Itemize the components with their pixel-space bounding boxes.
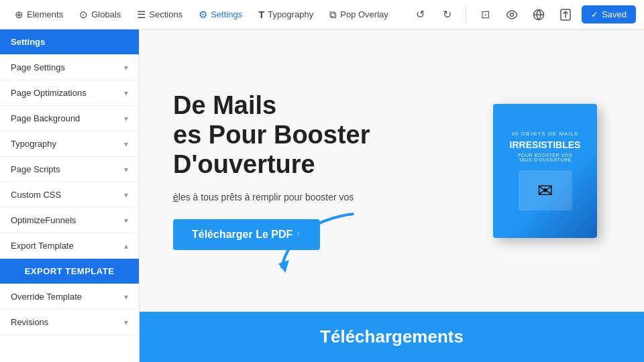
hero-text: De Mails es Pour Booster D'ouverture èle…: [173, 91, 480, 249]
toolbar: ⊕ Elements ⊙ Globals ☰ Sections ⚙ Settin…: [0, 0, 644, 29]
sidebar-item-page-settings[interactable]: Page Settings ▾: [0, 55, 139, 80]
sidebar-item-page-optimizations[interactable]: Page Optimizations ▾: [0, 80, 139, 106]
sidebar-item-custom-css[interactable]: Custom CSS ▾: [0, 182, 139, 208]
sidebar: Settings Page Settings ▾ Page Optimizati…: [0, 29, 140, 362]
sidebar-item-page-scripts[interactable]: Page Scripts ▾: [0, 157, 139, 182]
settings-dot: [51, 40, 56, 45]
chevron-icon: ▾: [124, 216, 128, 225]
globals-icon: ⊙: [79, 9, 88, 21]
divider: [466, 7, 466, 23]
hero-section: De Mails es Pour Booster D'ouverture èle…: [140, 29, 644, 312]
toolbar-right: ↺ ↻ ⊡ ✓ Saved: [409, 4, 636, 25]
settings-icon: ⚙: [199, 9, 207, 21]
saved-button[interactable]: ✓ Saved: [582, 5, 636, 23]
hero-subtitle: èles à tous prêts à remplir pour booster…: [173, 190, 480, 204]
eye-button[interactable]: [501, 4, 523, 25]
toolbar-typography[interactable]: T Typography: [252, 5, 320, 23]
toolbar-sections[interactable]: ☰ Sections: [130, 5, 189, 24]
typography-icon: T: [258, 9, 264, 20]
book-subtitle: Pour Booster VosTaux D'ouverture: [518, 153, 572, 162]
chevron-icon: ▾: [124, 190, 128, 200]
eye-icon: [506, 10, 518, 19]
chevron-icon: ▾: [124, 63, 128, 72]
redo-button[interactable]: ↻: [436, 4, 458, 25]
chevron-icon: ▾: [124, 114, 128, 123]
chevron-icon: ▾: [124, 292, 128, 302]
toolbar-pop-overlay[interactable]: ⧉ Pop Overlay: [323, 5, 395, 24]
sidebar-item-page-background[interactable]: Page Background ▾: [0, 106, 139, 131]
chevron-icon: ▾: [124, 139, 128, 149]
chevron-icon: ▾: [124, 88, 128, 98]
hero-image: 30 Objets de Mails IRRESISTIBLES Pour Bo…: [493, 104, 610, 238]
sidebar-item-override-template[interactable]: Override Template ▾: [0, 284, 139, 310]
toolbar-elements[interactable]: ⊕ Elements: [8, 5, 70, 24]
chevron-up-icon: ▴: [124, 241, 128, 251]
bottom-bar-title: Téléchargements: [320, 326, 464, 347]
globe-button[interactable]: [528, 4, 549, 25]
mail-icon: ✉: [537, 180, 553, 202]
undo-button[interactable]: ↺: [409, 4, 431, 25]
toolbar-globals[interactable]: ⊙ Globals: [72, 5, 127, 24]
sidebar-item-revisions[interactable]: Revisions ▾: [0, 310, 139, 335]
canvas: De Mails es Pour Booster D'ouverture èle…: [140, 29, 644, 362]
sidebar-item-typography[interactable]: Typography ▾: [0, 131, 139, 157]
pop-overlay-icon: ⧉: [329, 9, 337, 21]
export-icon: [560, 9, 571, 21]
svg-marker-3: [278, 260, 289, 273]
chevron-icon: ▾: [124, 318, 128, 327]
export-template-button[interactable]: EXPORT TEMPLATE: [0, 259, 139, 284]
main-area: Settings Page Settings ▾ Page Optimizati…: [0, 29, 644, 362]
toolbar-settings[interactable]: ⚙ Settings: [192, 5, 249, 24]
bottom-bar: Téléchargements: [140, 312, 644, 362]
book-title: IRRESISTIBLES: [510, 139, 581, 151]
book-label: 30 Objets de Mails: [512, 131, 579, 137]
sidebar-item-optimizefunnels[interactable]: OptimizeFunnels ▾: [0, 208, 139, 233]
sidebar-item-settings[interactable]: Settings: [0, 29, 139, 55]
globe-icon: [533, 9, 545, 21]
device-toggle-button[interactable]: ⊡: [474, 4, 496, 25]
elements-icon: ⊕: [15, 9, 23, 21]
book-cover: 30 Objets de Mails IRRESISTIBLES Pour Bo…: [493, 104, 597, 238]
chevron-icon: ▾: [124, 165, 128, 174]
sidebar-item-export-template[interactable]: Export Template ▴: [0, 233, 139, 259]
hero-title: De Mails es Pour Booster D'ouverture: [173, 91, 480, 179]
download-pdf-button[interactable]: Télécharger Le PDF ↓: [173, 219, 320, 250]
sections-icon: ☰: [137, 9, 146, 21]
canvas-inner: De Mails es Pour Booster D'ouverture èle…: [140, 29, 644, 362]
export-button[interactable]: [555, 4, 576, 25]
check-icon: ✓: [591, 9, 598, 19]
svg-point-0: [511, 13, 514, 16]
book-icon-area: ✉: [519, 170, 572, 210]
